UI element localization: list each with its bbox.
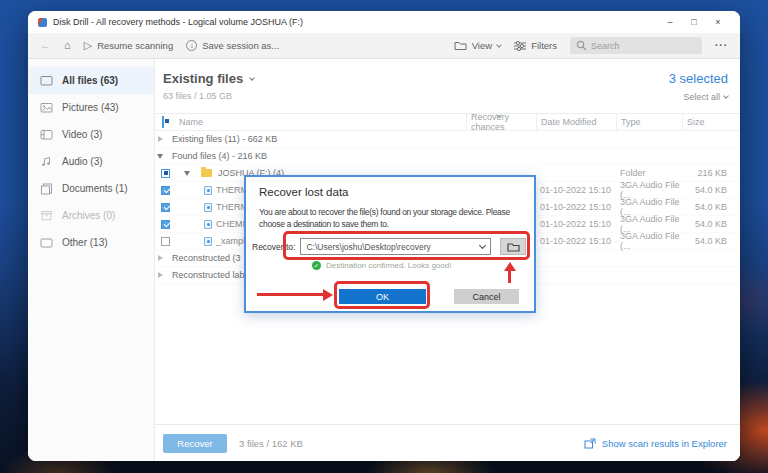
desktop-background: Disk Drill - All recovery methods - Logi… [0,0,768,473]
sidebar-item-audio[interactable]: Audio (3) [28,148,154,175]
sidebar-item-pictures[interactable]: Pictures (43) [28,94,154,121]
select-all-dropdown[interactable]: Select all [683,92,728,102]
confirmation-text: Destination confirmed. Looks good! [326,261,451,270]
sidebar-item-label: Documents (1) [62,183,128,194]
select-all-label: Select all [683,92,720,102]
sidebar-item-label: All files (63) [62,75,118,86]
minimize-button[interactable]: – [658,17,682,27]
save-session-button[interactable]: ↓ Save session as... [186,40,279,51]
sidebar-item-documents[interactable]: Documents (1) [28,175,154,202]
row-checkbox[interactable] [161,220,170,229]
resume-scanning-button[interactable]: ▷ Resume scanning [84,40,174,51]
documents-icon [40,183,53,195]
table-header: Name Recovery chances Date Modified Type… [155,113,740,131]
cell-type: 3GA Audio File (... [616,182,682,198]
sidebar-item-all-files[interactable]: All files (63) [28,67,154,94]
cell-type: 3GA Audio File (... [616,216,682,232]
annotation-arrow-to-browse [508,270,511,283]
search-box[interactable] [570,37,702,54]
sidebar-item-label: Pictures (43) [62,102,119,113]
cell-size: 216 KB [682,165,740,181]
more-options-icon[interactable]: ··· [715,40,728,51]
sidebar-item-label: Video (3) [62,129,102,140]
annotation-arrow-to-ok [257,293,323,296]
play-icon: ▷ [84,40,92,51]
view-dropdown[interactable]: View [454,40,501,51]
sidebar-item-video[interactable]: Video (3) [28,121,154,148]
collapse-arrow-icon[interactable] [184,171,190,176]
close-button[interactable]: × [706,17,730,27]
show-scan-results-link[interactable]: Show scan results in Explorer [584,438,727,449]
audio-file-icon [204,186,212,195]
filters-label: Filters [531,40,557,51]
sidebar-item-other[interactable]: Other (13) [28,229,154,256]
cell-type: 3GA Audio File (... [616,199,682,215]
row-checkbox[interactable] [161,203,170,212]
expand-arrow-icon[interactable] [158,255,163,261]
select-all-checkbox[interactable] [162,116,164,128]
expand-arrow-icon[interactable] [158,272,163,278]
collapse-arrow-icon[interactable] [157,154,163,159]
selected-count: 3 selected [669,71,728,86]
cell-size: 54.0 KB [682,233,740,249]
cell-date: 01-10-2022 15:10 [536,182,616,198]
cell-size: 54.0 KB [682,216,740,232]
column-size[interactable]: Size [682,114,740,130]
back-icon[interactable]: ← [40,40,51,51]
column-name[interactable]: Name [179,117,466,127]
column-label: Size [687,117,705,127]
save-session-icon: ↓ [186,40,197,51]
app-icon [38,18,47,27]
window-title: Disk Drill - All recovery methods - Logi… [53,17,303,27]
group-label: Found files (4) - 216 KB [172,151,267,161]
main-panel: Existing files 63 files / 1.05 GB 3 sele… [155,59,740,461]
disk-drill-window: Disk Drill - All recovery methods - Logi… [28,11,740,461]
search-icon [576,40,587,51]
group-label: Reconstructed lab [172,270,245,280]
column-label: Date Modified [541,117,597,127]
row-checkbox[interactable] [161,237,170,246]
row-checkbox[interactable] [161,186,170,195]
group-label: Existing files (11) - 662 KB [172,134,277,144]
search-input[interactable] [591,41,691,51]
cancel-button[interactable]: Cancel [454,289,519,304]
maximize-button[interactable]: □ [682,17,706,27]
column-label: Type [621,117,641,127]
cell-date: 01-10-2022 15:10 [536,216,616,232]
all-files-icon [40,75,53,86]
audio-file-icon [204,220,212,229]
sidebar: All files (63) Pictures (43) Video (3) A… [28,59,155,461]
cell-date: 01-10-2022 15:10 [536,199,616,215]
column-recovery-chances[interactable]: Recovery chances [466,114,536,130]
archives-icon [40,210,53,221]
check-circle-icon: ✓ [312,261,321,270]
view-folder-icon [454,40,467,51]
recover-button[interactable]: Recover [163,434,227,453]
cell-size: 54.0 KB [682,182,740,198]
cell-date: 01-10-2022 15:10 [536,233,616,249]
view-label: View [472,40,492,51]
table-row-group[interactable]: Existing files (11) - 662 KB [155,131,740,148]
annotation-arrow-to-browse-head [504,262,516,271]
save-session-label: Save session as... [202,40,279,51]
files-summary: 63 files / 1.05 GB [163,91,254,101]
other-icon [40,237,53,248]
filters-button[interactable]: Filters [514,40,557,51]
folder-icon [201,169,212,177]
column-date-modified[interactable]: Date Modified [536,114,616,130]
resume-scanning-label: Resume scanning [97,40,173,51]
selection-summary: 3 files / 162 KB [239,438,303,449]
external-link-icon [584,438,596,449]
sidebar-item-archives[interactable]: Archives (0) [28,202,154,229]
column-type[interactable]: Type [616,114,682,130]
view-title-dropdown[interactable]: Existing files [163,71,254,86]
table-row-group[interactable]: Found files (4) - 216 KB [155,148,740,165]
audio-icon [40,156,53,167]
column-label: Recovery chances [471,112,536,132]
sidebar-item-label: Audio (3) [62,156,103,167]
page-title: Existing files [163,71,243,86]
expand-arrow-icon[interactable] [158,136,163,142]
row-checkbox[interactable] [161,169,170,178]
home-icon[interactable]: ⌂ [64,40,71,51]
sidebar-item-label: Archives (0) [62,210,115,221]
